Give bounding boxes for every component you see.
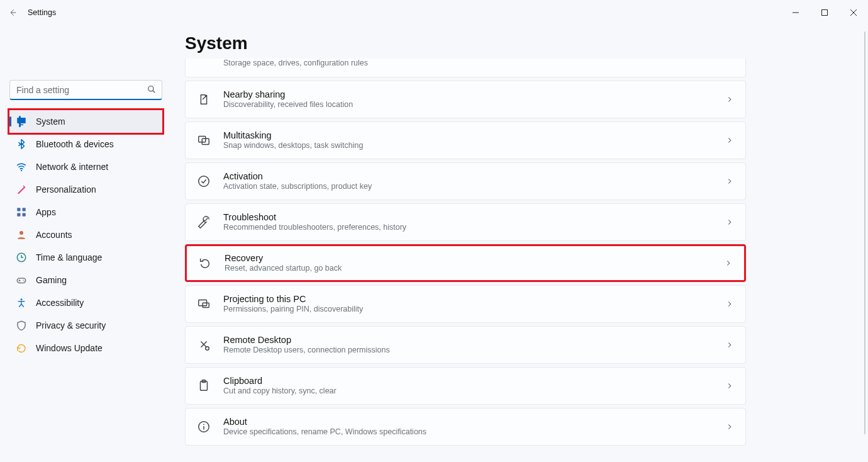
sidebar-item-label: Accessibility — [36, 298, 84, 308]
settings-card-storage[interactable]: Storage space, drives, configuration rul… — [185, 59, 746, 77]
settings-card-recovery[interactable]: RecoveryReset, advanced startup, go back — [185, 244, 746, 282]
card-text: RecoveryReset, advanced startup, go back — [225, 252, 711, 274]
sidebar-item-label: System — [36, 116, 65, 127]
settings-card-project[interactable]: Projecting to this PCPermissions, pairin… — [185, 285, 746, 323]
chevron-right-icon — [725, 218, 734, 227]
act-icon — [197, 174, 211, 188]
card-text: Remote DesktopRemote Desktop users, conn… — [223, 334, 713, 356]
card-title: Recovery — [225, 252, 711, 264]
search-wrap — [9, 80, 162, 100]
svg-point-1 — [148, 86, 153, 91]
system-icon — [16, 116, 27, 127]
sidebar-item-net[interactable]: Network & internet — [9, 155, 162, 178]
minimize-button[interactable] — [781, 0, 810, 25]
chevron-right-icon — [725, 381, 734, 390]
sidebar-item-label: Bluetooth & devices — [36, 139, 114, 149]
svg-rect-0 — [822, 10, 828, 16]
card-desc: Activation state, subscriptions, product… — [223, 182, 713, 192]
chevron-right-icon — [725, 177, 734, 186]
card-title: Clipboard — [223, 375, 713, 386]
card-title: Troubleshoot — [223, 211, 713, 223]
search-icon — [147, 85, 156, 94]
scrollbar[interactable] — [864, 31, 865, 434]
nav-list: SystemBluetooth & devicesNetwork & inter… — [9, 110, 162, 359]
sidebar-item-system[interactable]: System — [9, 110, 162, 133]
card-title: Nearby sharing — [223, 89, 713, 100]
sidebar-item-label: Personalization — [36, 184, 96, 194]
sidebar-item-acc[interactable]: Accessibility — [9, 291, 162, 314]
sidebar-item-label: Apps — [36, 207, 56, 217]
settings-list: Storage space, drives, configuration rul… — [182, 59, 748, 462]
card-text: AboutDevice specifications, rename PC, W… — [223, 416, 713, 437]
main-pane: System Storage space, drives, configurat… — [182, 28, 868, 462]
sidebar-item-label: Accounts — [36, 230, 72, 240]
card-text: Storage space, drives, configuration rul… — [223, 59, 734, 69]
card-desc: Storage space, drives, configuration rul… — [223, 59, 734, 69]
card-text: ActivationActivation state, subscription… — [223, 171, 713, 192]
recovery-icon — [198, 256, 212, 270]
settings-card-multi[interactable]: MultitaskingSnap windows, desktops, task… — [185, 121, 746, 159]
maximize-button[interactable] — [810, 0, 839, 25]
blank-icon — [197, 59, 211, 72]
acc-icon — [16, 297, 27, 308]
chevron-right-icon — [725, 422, 734, 431]
window-controls — [781, 0, 868, 25]
net-icon — [16, 161, 27, 172]
settings-card-trouble[interactable]: TroubleshootRecommended troubleshooters,… — [185, 203, 746, 241]
upd-icon — [16, 342, 27, 354]
settings-card-remote[interactable]: Remote DesktopRemote Desktop users, conn… — [185, 326, 746, 364]
card-title: Activation — [223, 171, 713, 182]
settings-card-about[interactable]: AboutDevice specifications, rename PC, W… — [185, 408, 746, 446]
sidebar-item-label: Gaming — [36, 275, 67, 285]
priv-icon — [16, 320, 27, 331]
card-text: Projecting to this PCPermissions, pairin… — [223, 293, 713, 315]
sidebar-item-time[interactable]: Time & language — [9, 246, 162, 269]
trouble-icon — [197, 215, 211, 229]
clip-icon — [197, 379, 211, 393]
search-input[interactable] — [9, 80, 162, 100]
sidebar-item-pers[interactable]: Personalization — [9, 178, 162, 201]
chevron-right-icon — [725, 300, 734, 308]
sidebar-item-label: Windows Update — [36, 343, 103, 353]
chevron-right-icon — [725, 341, 734, 349]
sidebar-item-label: Network & internet — [36, 162, 108, 172]
sidebar-item-priv[interactable]: Privacy & security — [9, 314, 162, 337]
project-icon — [197, 297, 211, 311]
card-desc: Reset, advanced startup, go back — [225, 264, 711, 274]
card-desc: Permissions, pairing PIN, discoverabilit… — [223, 305, 713, 315]
multi-icon — [197, 133, 211, 147]
card-text: TroubleshootRecommended troubleshooters,… — [223, 211, 713, 233]
acct-icon — [16, 229, 27, 240]
active-indicator — [9, 116, 11, 127]
time-icon — [16, 252, 27, 263]
chevron-right-icon — [724, 259, 733, 268]
about-icon — [197, 420, 211, 434]
card-title: Remote Desktop — [223, 334, 713, 346]
card-text: MultitaskingSnap windows, desktops, task… — [223, 130, 713, 151]
close-button[interactable] — [839, 0, 868, 25]
card-desc: Discoverability, received files location — [223, 100, 713, 110]
card-title: Multitasking — [223, 130, 713, 141]
game-icon — [16, 274, 27, 286]
card-desc: Remote Desktop users, connection permiss… — [223, 346, 713, 356]
sidebar-item-upd[interactable]: Windows Update — [9, 337, 162, 359]
apps-icon — [16, 206, 27, 218]
pers-icon — [16, 184, 27, 195]
sidebar-item-acct[interactable]: Accounts — [9, 223, 162, 246]
settings-card-clip[interactable]: ClipboardCut and copy history, sync, cle… — [185, 367, 746, 405]
card-desc: Snap windows, desktops, task switching — [223, 141, 713, 151]
sidebar-item-apps[interactable]: Apps — [9, 201, 162, 223]
sidebar-item-label: Privacy & security — [36, 320, 106, 330]
settings-card-nearby[interactable]: Nearby sharingDiscoverability, received … — [185, 81, 746, 118]
card-desc: Cut and copy history, sync, clear — [223, 386, 713, 397]
card-text: Nearby sharingDiscoverability, received … — [223, 89, 713, 110]
page-heading: System — [185, 33, 868, 54]
sidebar: SystemBluetooth & devicesNetwork & inter… — [0, 0, 173, 462]
sidebar-item-game[interactable]: Gaming — [9, 269, 162, 291]
card-desc: Recommended troubleshooters, preferences… — [223, 223, 713, 233]
nearby-icon — [197, 93, 211, 106]
sidebar-item-label: Time & language — [36, 252, 102, 262]
settings-card-act[interactable]: ActivationActivation state, subscription… — [185, 162, 746, 200]
sidebar-item-bt[interactable]: Bluetooth & devices — [9, 133, 162, 155]
card-title: About — [223, 416, 713, 427]
